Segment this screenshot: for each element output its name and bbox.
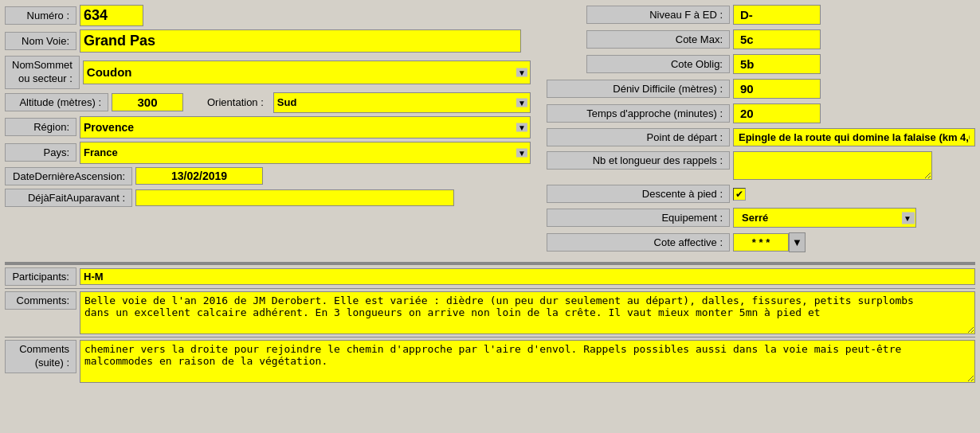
rappels-row: Nb et longueur des rappels : [547, 151, 975, 180]
altitude-input[interactable] [112, 93, 183, 111]
cote-max-input[interactable] [733, 29, 821, 49]
comments-suite-label: Comments (suite) : [5, 340, 76, 373]
date-row: DateDernièreAscension: [5, 167, 531, 185]
temps-label: Temps d'approche (minutes) : [547, 104, 730, 123]
bottom-section: Participants: Comments: Belle voie de l'… [5, 262, 975, 385]
depart-row: Point de départ : [547, 128, 975, 146]
niveau-input[interactable] [733, 5, 821, 25]
left-panel: Numéro : Nom Voie: NomSommet ou secteur … [5, 5, 531, 257]
niveau-label: Niveau F à ED : [586, 6, 730, 24]
nom-voie-row: Nom Voie: [5, 29, 531, 53]
cote-affective-label: Cote affective : [547, 233, 730, 252]
cote-oblig-label: Cote Oblig: [586, 55, 730, 73]
region-label: Région: [5, 118, 76, 136]
depart-label: Point de départ : [547, 128, 730, 146]
equipement-label: Equipement : [547, 209, 730, 227]
main-container: Numéro : Nom Voie: NomSommet ou secteur … [0, 0, 980, 433]
date-label: DateDernièreAscension: [5, 167, 132, 185]
cote-max-label: Cote Max: [586, 30, 730, 49]
region-row: Région: Provence [5, 116, 531, 138]
comments-textarea[interactable]: Belle voie de l'an 2016 de JM Derobert. … [80, 291, 975, 334]
descente-row: Descente à pied : ✔ [547, 185, 975, 203]
cote-affective-dropdown[interactable]: ▼ [789, 232, 806, 252]
temps-input[interactable] [733, 103, 821, 123]
comments-suite-row: Comments (suite) : cheminer vers la droi… [5, 337, 975, 385]
participants-row: Participants: [5, 263, 975, 288]
numero-row: Numéro : [5, 5, 531, 26]
pays-row: Pays: France [5, 142, 531, 164]
rappels-label: Nb et longueur des rappels : [547, 151, 730, 170]
cote-oblig-input[interactable] [733, 54, 821, 74]
comments-row: Comments: Belle voie de l'an 2016 de JM … [5, 288, 975, 337]
pays-label: Pays: [5, 143, 76, 162]
deniv-input[interactable] [733, 79, 821, 99]
rappels-textarea[interactable] [733, 151, 932, 180]
cote-max-row: Cote Max: [586, 29, 975, 49]
nom-sommet-label: NomSommet ou secteur : [5, 56, 80, 89]
nom-voie-label: Nom Voie: [5, 32, 76, 50]
top-section: Numéro : Nom Voie: NomSommet ou secteur … [5, 5, 975, 257]
nom-voie-input[interactable] [80, 29, 521, 53]
equipement-row: Equipement : Serré ▼ [547, 208, 975, 228]
nom-sommet-select[interactable]: Coudon [83, 60, 531, 84]
depart-input[interactable] [733, 128, 975, 146]
cote-affective-value: * * * [733, 233, 789, 252]
orientation-select[interactable]: Sud [273, 92, 531, 113]
region-select[interactable]: Provence [80, 116, 531, 138]
altitude-orientation-row: Altitude (mètres) : Orientation : Sud [5, 92, 531, 113]
deja-row: DéjàFaitAuparavant : [5, 189, 531, 207]
temps-row: Temps d'approche (minutes) : [547, 103, 975, 123]
nom-sommet-row: NomSommet ou secteur : Coudon [5, 56, 531, 89]
niveau-row: Niveau F à ED : [586, 5, 975, 25]
descente-label: Descente à pied : [547, 185, 730, 203]
deniv-label: Déniv Difficile (mètres) : [547, 80, 730, 98]
equipement-select[interactable]: Serré [733, 208, 916, 228]
comments-suite-textarea[interactable]: cheminer vers la droite pour rejoindre l… [80, 340, 975, 383]
deniv-row: Déniv Difficile (mètres) : [547, 79, 975, 99]
participants-input[interactable] [80, 268, 975, 285]
altitude-label: Altitude (mètres) : [5, 93, 108, 111]
numero-label: Numéro : [5, 6, 76, 25]
pays-select[interactable]: France [80, 142, 531, 164]
date-input[interactable] [135, 167, 263, 185]
right-panel: Niveau F à ED : Cote Max: Cote Oblig: Dé… [531, 5, 975, 257]
deja-label: DéjàFaitAuparavant : [5, 189, 132, 207]
descente-checkbox[interactable]: ✔ [733, 188, 746, 201]
deja-input[interactable] [135, 189, 454, 206]
cote-oblig-row: Cote Oblig: [586, 54, 975, 74]
numero-input[interactable] [80, 5, 143, 26]
orientation-label: Orientation : [207, 96, 269, 108]
comments-label: Comments: [5, 291, 76, 310]
participants-label: Participants: [5, 267, 76, 286]
cote-affective-row: Cote affective : * * * ▼ [547, 232, 975, 252]
